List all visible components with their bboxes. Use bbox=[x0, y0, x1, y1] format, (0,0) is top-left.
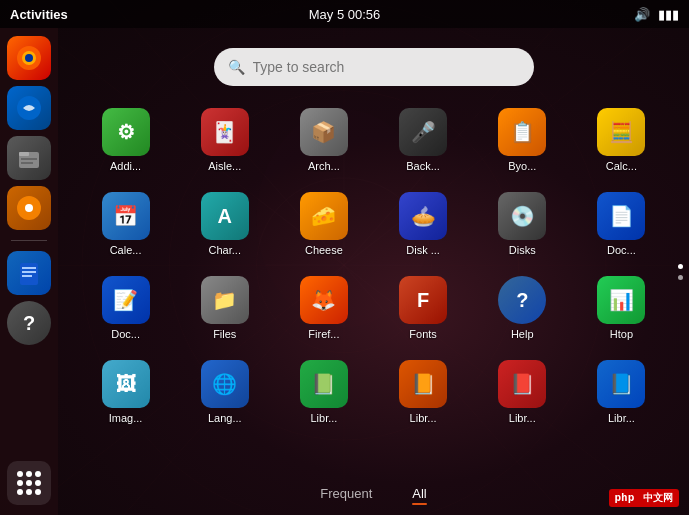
app-label-addl: Addi... bbox=[82, 160, 169, 172]
search-container: 🔍 bbox=[214, 48, 534, 86]
svg-point-25 bbox=[25, 204, 33, 212]
app-item-fonts[interactable]: F Fonts bbox=[375, 270, 470, 346]
app-item-imag[interactable]: 🖼 Imag... bbox=[78, 354, 173, 430]
dock-writer[interactable] bbox=[7, 251, 51, 295]
app-item-lang[interactable]: 🌐 Lang... bbox=[177, 354, 272, 430]
app-item-cale[interactable]: 📅 Cale... bbox=[78, 186, 173, 262]
app-item-back[interactable]: 🎤 Back... bbox=[375, 102, 470, 178]
app-grid: ⚙ Addi... 🃏 Aisle... 📦 Arch... 🎤 Back...… bbox=[78, 102, 669, 430]
app-label-imag: Imag... bbox=[82, 412, 169, 424]
app-label-libre1: Libr... bbox=[280, 412, 367, 424]
php-badge: php 中文网 bbox=[609, 489, 680, 507]
app-label-htop: Htop bbox=[578, 328, 665, 340]
app-item-addl[interactable]: ⚙ Addi... bbox=[78, 102, 173, 178]
app-icon-char: A bbox=[201, 192, 249, 240]
svg-rect-28 bbox=[22, 271, 36, 273]
tab-all[interactable]: All bbox=[412, 486, 426, 505]
svg-rect-21 bbox=[19, 152, 29, 156]
app-item-char[interactable]: A Char... bbox=[177, 186, 272, 262]
dock-rhythmbox[interactable] bbox=[7, 186, 51, 230]
app-icon-cheese: 🧀 bbox=[300, 192, 348, 240]
app-item-libre3[interactable]: 📕 Libr... bbox=[475, 354, 570, 430]
app-item-help[interactable]: ? Help bbox=[475, 270, 570, 346]
app-item-cheese[interactable]: 🧀 Cheese bbox=[276, 186, 371, 262]
app-label-byo: Byo... bbox=[479, 160, 566, 172]
app-label-libre2: Libr... bbox=[379, 412, 466, 424]
app-label-back: Back... bbox=[379, 160, 466, 172]
app-label-help: Help bbox=[479, 328, 566, 340]
datetime-display: May 5 00:56 bbox=[309, 7, 381, 22]
php-chinese-text: 中文网 bbox=[643, 492, 673, 503]
app-item-htop[interactable]: 📊 Htop bbox=[574, 270, 669, 346]
app-label-doc2: Doc... bbox=[82, 328, 169, 340]
dock: ? bbox=[0, 28, 58, 515]
scroll-indicator bbox=[678, 264, 683, 280]
dock-help[interactable]: ? bbox=[7, 301, 51, 345]
app-icon-fonts: F bbox=[399, 276, 447, 324]
volume-icon[interactable]: 🔊 bbox=[634, 7, 650, 22]
app-item-aisle[interactable]: 🃏 Aisle... bbox=[177, 102, 272, 178]
dock-firefox[interactable] bbox=[7, 36, 51, 80]
app-icon-libre2: 📙 bbox=[399, 360, 447, 408]
app-item-calc[interactable]: 🧮 Calc... bbox=[574, 102, 669, 178]
app-icon-htop: 📊 bbox=[597, 276, 645, 324]
app-icon-arch: 📦 bbox=[300, 108, 348, 156]
search-input[interactable] bbox=[253, 59, 520, 75]
app-icon-byo: 📋 bbox=[498, 108, 546, 156]
app-label-disks: Disks bbox=[479, 244, 566, 256]
app-icon-addl: ⚙ bbox=[102, 108, 150, 156]
battery-icon: ▮▮▮ bbox=[658, 7, 679, 22]
svg-point-18 bbox=[25, 54, 33, 62]
view-tabs: Frequent All php 中文网 bbox=[58, 478, 689, 515]
app-label-cale: Cale... bbox=[82, 244, 169, 256]
app-item-byo[interactable]: 📋 Byo... bbox=[475, 102, 570, 178]
svg-rect-26 bbox=[20, 263, 38, 285]
app-item-doc1[interactable]: 📄 Doc... bbox=[574, 186, 669, 262]
app-launcher: 🔍 ⚙ Addi... 🃏 Aisle... 📦 Arch... 🎤 Back.… bbox=[58, 28, 689, 515]
app-label-doc1: Doc... bbox=[578, 244, 665, 256]
app-label-fonts: Fonts bbox=[379, 328, 466, 340]
dock-files[interactable] bbox=[7, 136, 51, 180]
dock-thunderbird[interactable] bbox=[7, 86, 51, 130]
search-bar[interactable]: 🔍 bbox=[214, 48, 534, 86]
app-label-libre3: Libr... bbox=[479, 412, 566, 424]
app-item-libre1[interactable]: 📗 Libr... bbox=[276, 354, 371, 430]
topbar: Activities May 5 00:56 🔊 ▮▮▮ bbox=[0, 0, 689, 28]
app-icon-lang: 🌐 bbox=[201, 360, 249, 408]
app-item-libre2[interactable]: 📙 Libr... bbox=[375, 354, 470, 430]
app-label-files: Files bbox=[181, 328, 268, 340]
app-icon-disks: 💿 bbox=[498, 192, 546, 240]
app-icon-cale: 📅 bbox=[102, 192, 150, 240]
scroll-dot-1 bbox=[678, 264, 683, 269]
app-icon-calc: 🧮 bbox=[597, 108, 645, 156]
show-applications-button[interactable] bbox=[7, 461, 51, 505]
scroll-dot-2 bbox=[678, 275, 683, 280]
tab-frequent[interactable]: Frequent bbox=[320, 486, 372, 505]
app-icon-firefox: 🦊 bbox=[300, 276, 348, 324]
svg-rect-22 bbox=[21, 158, 37, 160]
app-icon-doc1: 📄 bbox=[597, 192, 645, 240]
svg-rect-29 bbox=[22, 275, 32, 277]
activities-button[interactable]: Activities bbox=[10, 7, 68, 22]
app-icon-doc2: 📝 bbox=[102, 276, 150, 324]
app-item-libre4[interactable]: 📘 Libr... bbox=[574, 354, 669, 430]
app-item-firefox[interactable]: 🦊 Firef... bbox=[276, 270, 371, 346]
app-item-disk_use[interactable]: 🥧 Disk ... bbox=[375, 186, 470, 262]
dock-separator bbox=[11, 240, 47, 241]
system-tray: 🔊 ▮▮▮ bbox=[634, 7, 679, 22]
app-label-arch: Arch... bbox=[280, 160, 367, 172]
app-item-doc2[interactable]: 📝 Doc... bbox=[78, 270, 173, 346]
app-icon-libre1: 📗 bbox=[300, 360, 348, 408]
app-icon-imag: 🖼 bbox=[102, 360, 150, 408]
app-icon-libre3: 📕 bbox=[498, 360, 546, 408]
app-icon-disk_use: 🥧 bbox=[399, 192, 447, 240]
app-item-files[interactable]: 📁 Files bbox=[177, 270, 272, 346]
php-text: php bbox=[615, 491, 635, 504]
app-item-arch[interactable]: 📦 Arch... bbox=[276, 102, 371, 178]
app-label-firefox: Firef... bbox=[280, 328, 367, 340]
app-label-calc: Calc... bbox=[578, 160, 665, 172]
app-item-disks[interactable]: 💿 Disks bbox=[475, 186, 570, 262]
app-label-disk_use: Disk ... bbox=[379, 244, 466, 256]
app-label-aisle: Aisle... bbox=[181, 160, 268, 172]
app-grid-container: ⚙ Addi... 🃏 Aisle... 📦 Arch... 🎤 Back...… bbox=[58, 102, 689, 478]
